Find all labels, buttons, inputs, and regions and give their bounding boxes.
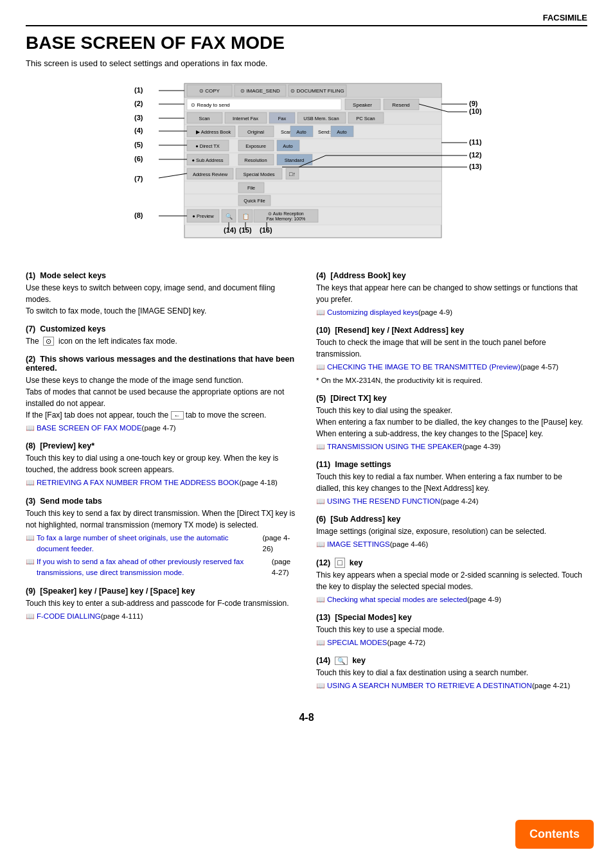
link-address-book[interactable]: RETRIEVING A FAX NUMBER FROM THE ADDRESS… xyxy=(37,477,239,488)
link-special-modes[interactable]: SPECIAL MODES xyxy=(327,637,387,648)
desc-body-11: Image settings (original size, exposure,… xyxy=(316,526,587,550)
desc-item-8: (10) [Resend] key / [Next Address] key T… xyxy=(316,326,587,386)
desc-item-5: (3) Send mode tabs Touch this key to sen… xyxy=(26,497,297,579)
svg-text:Resend: Resend xyxy=(392,102,410,108)
svg-text:Scan: Scan xyxy=(199,116,209,121)
link-fcode[interactable]: F-CODE DIALLING xyxy=(37,611,101,622)
svg-text:(3): (3) xyxy=(134,114,143,121)
svg-text:Fax Memory: 100%: Fax Memory: 100% xyxy=(267,217,306,222)
svg-text:□↑: □↑ xyxy=(289,171,296,177)
desc-body-2: The ⊙ icon on the left indicates fax mod… xyxy=(26,335,297,347)
desc-item-11: (6) [Sub Address] key Image settings (or… xyxy=(316,515,587,550)
desc-title-13: (13) [Special Modes] key xyxy=(316,613,587,622)
svg-text:⊙ DOCUMENT FILING: ⊙ DOCUMENT FILING xyxy=(290,88,344,94)
desc-body-14: Touch this key to dial a fax destination… xyxy=(316,667,587,691)
desc-item-1: (1) Mode select keys Use these keys to s… xyxy=(26,271,297,317)
link-resend[interactable]: USING THE RESEND FUNCTION xyxy=(327,496,440,507)
desc-body-1: Use these keys to switch between copy, i… xyxy=(26,282,297,317)
desc-body-4: Touch this key to dial using a one-touch… xyxy=(26,452,297,488)
svg-text:▶ Address Book: ▶ Address Book xyxy=(196,129,231,135)
svg-text:Auto: Auto xyxy=(296,129,306,135)
link-image-settings[interactable]: IMAGE SETTINGS xyxy=(327,539,390,550)
svg-text:(4): (4) xyxy=(134,127,143,134)
svg-text:(1): (1) xyxy=(134,86,143,94)
desc-item-14: (14) 🔍 key Touch this key to dial a fax … xyxy=(316,656,587,691)
svg-text:Speaker: Speaker xyxy=(353,102,372,108)
desc-title-6: (9) [Speaker] key / [Pause] key / [Space… xyxy=(26,587,297,596)
svg-text:(12): (12) xyxy=(469,151,482,159)
svg-text:⊙ COPY: ⊙ COPY xyxy=(199,88,220,94)
svg-text:Auto: Auto xyxy=(337,129,346,135)
svg-text:Resolution: Resolution xyxy=(244,157,267,163)
desc-item-3: (2) This shows various messages and the … xyxy=(26,355,297,434)
svg-text:Fax: Fax xyxy=(278,116,287,121)
desc-item-2: (7) Customized keys The ⊙ icon on the le… xyxy=(26,324,297,347)
svg-text:Send:: Send: xyxy=(318,129,331,135)
link-direct-tx-2[interactable]: If you wish to send a fax ahead of other… xyxy=(37,556,272,579)
link-search-number[interactable]: USING A SEARCH NUMBER TO RETRIEVE A DEST… xyxy=(327,680,532,691)
desc-title-5: (3) Send mode tabs xyxy=(26,497,297,506)
svg-text:PC Scan: PC Scan xyxy=(356,116,375,121)
page-number: 4-8 xyxy=(26,712,587,723)
svg-text:Standard: Standard xyxy=(285,157,304,163)
svg-rect-61 xyxy=(184,194,441,207)
desc-item-6: (9) [Speaker] key / [Pause] key / [Space… xyxy=(26,587,297,622)
left-column: (1) Mode select keys Use these keys to s… xyxy=(26,271,297,699)
desc-title-8: (10) [Resend] key / [Next Address] key xyxy=(316,326,587,335)
subtitle: This screen is used to select settings a… xyxy=(26,58,587,68)
desc-body-9: Touch this key to dial using the speaker… xyxy=(316,405,587,452)
desc-item-9: (5) [Direct TX] key Touch this key to di… xyxy=(316,394,587,452)
desc-item-7: (4) [Address Book] key The keys that app… xyxy=(316,271,587,318)
svg-text:Original: Original xyxy=(247,129,264,135)
desc-title-2: (7) Customized keys xyxy=(26,324,297,333)
svg-text:(9): (9) xyxy=(469,100,478,107)
svg-text:(2): (2) xyxy=(134,100,143,107)
desc-title-1: (1) Mode select keys xyxy=(26,271,297,280)
desc-body-6: Touch this key to enter a sub-address an… xyxy=(26,598,297,622)
svg-text:Auto: Auto xyxy=(283,143,292,149)
desc-title-7: (4) [Address Book] key xyxy=(316,271,587,280)
desc-title-4: (8) [Preview] key* xyxy=(26,441,297,450)
svg-text:(14): (14) xyxy=(224,226,236,234)
desc-title-9: (5) [Direct TX] key xyxy=(316,394,587,403)
svg-text:🔍: 🔍 xyxy=(226,213,233,220)
svg-text:● Sub Address: ● Sub Address xyxy=(191,157,223,163)
svg-text:Quick File: Quick File xyxy=(244,198,265,204)
link-speaker[interactable]: TRANSMISSION USING THE SPEAKER xyxy=(327,441,463,452)
svg-text:Special Modes: Special Modes xyxy=(243,172,274,177)
svg-text:Address Review: Address Review xyxy=(193,172,228,177)
svg-text:⊙ Auto Reception: ⊙ Auto Reception xyxy=(268,211,304,217)
desc-item-12: (12) □ key This key appears when a speci… xyxy=(316,558,587,605)
desc-body-3: Use these keys to change the mode of the… xyxy=(26,375,297,434)
right-column: (4) [Address Book] key The keys that app… xyxy=(316,271,587,699)
svg-text:⊙ Ready to send: ⊙ Ready to send xyxy=(191,102,230,108)
desc-title-11: (6) [Sub Address] key xyxy=(316,515,587,524)
svg-text:● Direct TX: ● Direct TX xyxy=(195,143,220,149)
desc-item-4: (8) [Preview] key* Touch this key to dia… xyxy=(26,441,297,488)
svg-text:File: File xyxy=(247,185,255,191)
desc-title-14: (14) 🔍 key xyxy=(316,656,587,665)
link-checking-special[interactable]: Checking what special modes are selected xyxy=(327,594,467,605)
desc-body-12: This key appears when a special mode or … xyxy=(316,569,587,605)
desc-body-8: Touch to check the image that will be se… xyxy=(316,337,587,386)
link-customizing[interactable]: Customizing displayed keys xyxy=(327,307,418,318)
link-base-screen[interactable]: BASE SCREEN OF FAX MODE xyxy=(37,423,142,434)
desc-body-5: Touch this key to send a fax by direct t… xyxy=(26,508,297,579)
desc-body-10: Touch this key to redial a fax number. W… xyxy=(316,471,587,507)
link-direct-tx-1[interactable]: To fax a large number of sheet originals… xyxy=(37,533,262,555)
description-section: (1) Mode select keys Use these keys to s… xyxy=(26,271,587,699)
diagram-section: ⊙ COPY ⊙ IMAGE_SEND ⊙ DOCUMENT FILING ⊙ … xyxy=(26,78,587,258)
page-title: BASE SCREEN OF FAX MODE xyxy=(26,33,587,53)
svg-text:Exposure: Exposure xyxy=(245,143,266,149)
desc-title-12: (12) □ key xyxy=(316,558,587,567)
svg-text:USB Mem. Scan: USB Mem. Scan xyxy=(303,116,339,121)
desc-title-10: (11) Image settings xyxy=(316,460,587,469)
svg-text:⊙ IMAGE_SEND: ⊙ IMAGE_SEND xyxy=(240,88,280,94)
svg-text:📋: 📋 xyxy=(242,213,250,220)
svg-text:(11): (11) xyxy=(469,138,482,146)
contents-button[interactable]: Contents xyxy=(515,820,594,849)
link-checking-image[interactable]: CHECKING THE IMAGE TO BE TRANSMITTED (Pr… xyxy=(327,362,520,373)
svg-text:● Preview: ● Preview xyxy=(192,213,214,219)
svg-rect-58 xyxy=(184,181,441,194)
svg-text:(8): (8) xyxy=(134,211,143,219)
